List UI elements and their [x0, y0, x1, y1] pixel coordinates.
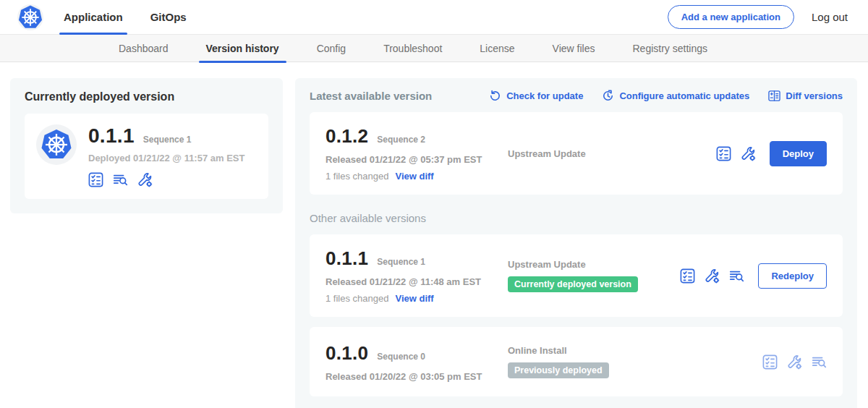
latest-version-rows: 0.1.2 Sequence 2 Released 01/21/22 @ 05:…: [310, 112, 843, 195]
header-tabs: Application GitOps: [55, 0, 205, 35]
sequence-label: Sequence 1: [377, 257, 425, 267]
version-history-panel: Latest available version Check for updat…: [295, 78, 857, 408]
config-icon[interactable]: [787, 354, 802, 370]
subnav-dashboard[interactable]: Dashboard: [100, 35, 187, 62]
tab-gitops[interactable]: GitOps: [142, 0, 195, 35]
action-label: Configure automatic updates: [619, 90, 749, 101]
files-changed-label: 1 files changed: [326, 171, 388, 182]
deployed-sequence-label: Sequence 1: [143, 135, 192, 145]
view-diff-link[interactable]: View diff: [395, 293, 433, 304]
deployed-timestamp: Deployed 01/21/22 @ 11:57 am EST: [88, 153, 244, 163]
subnav-license[interactable]: License: [461, 35, 533, 62]
config-icon[interactable]: [137, 172, 153, 187]
preflight-checks-icon[interactable]: [680, 268, 695, 284]
view-diff-link[interactable]: View diff: [395, 171, 433, 182]
diff-icon: [768, 90, 780, 102]
version-number: 0.1.0: [326, 342, 368, 365]
subnav-troubleshoot[interactable]: Troubleshoot: [365, 35, 461, 62]
version-row: 0.1.1 Sequence 1 Released 01/21/22 @ 11:…: [310, 234, 843, 317]
version-actions: [680, 268, 744, 284]
check-for-update-link[interactable]: Check for update: [489, 90, 583, 102]
currently-deployed-card: 0.1.1 Sequence 1 Deployed 01/21/22 @ 11:…: [25, 114, 268, 199]
files-changed-line: 1 files changedView diff: [326, 171, 508, 182]
app-header: Application GitOps Add a new application…: [0, 0, 868, 35]
subnav-version-history[interactable]: Version history: [187, 35, 298, 62]
deployed-version-actions: [88, 172, 244, 187]
version-source-label: Upstream Update: [508, 148, 716, 159]
subnav-config[interactable]: Config: [298, 35, 365, 62]
app-subnav: Dashboard Version history Config Trouble…: [0, 35, 868, 62]
action-label: Diff versions: [786, 90, 843, 101]
version-row: 0.1.0 Sequence 0 Released 01/20/22 @ 03:…: [310, 327, 843, 396]
preflight-checks-icon[interactable]: [716, 146, 731, 161]
other-version-rows: 0.1.1 Sequence 1 Released 01/21/22 @ 11:…: [310, 234, 843, 396]
currently-deployed-panel: Currently deployed version 0.1: [10, 78, 283, 213]
app-icon-kubernetes: [36, 124, 77, 165]
sequence-label: Sequence 2: [377, 135, 425, 145]
tab-application[interactable]: Application: [55, 0, 132, 35]
version-actions: [762, 354, 827, 370]
deploy-button[interactable]: Deploy: [770, 141, 827, 166]
configure-automatic-updates-link[interactable]: Configure automatic updates: [602, 90, 749, 102]
sequence-label: Sequence 0: [377, 352, 425, 362]
files-changed-label: 1 files changed: [326, 293, 388, 304]
subnav-registry-settings[interactable]: Registry settings: [613, 35, 726, 62]
kubernetes-logo: [17, 4, 43, 30]
logout-button[interactable]: Log out: [812, 11, 848, 23]
refresh-icon: [489, 90, 501, 102]
latest-version-title: Latest available version: [310, 90, 432, 102]
released-timestamp: Released 01/20/22 @ 03:05 pm EST: [326, 371, 508, 382]
released-timestamp: Released 01/21/22 @ 05:37 pm EST: [326, 154, 508, 165]
status-badge: Previously deployed: [508, 362, 609, 378]
released-timestamp: Released 01/21/22 @ 11:48 am EST: [326, 276, 508, 287]
preflight-checks-icon[interactable]: [762, 354, 778, 370]
auto-update-icon: [602, 90, 614, 102]
release-notes-icon[interactable]: [113, 172, 128, 187]
redeploy-button[interactable]: Redeploy: [758, 263, 827, 289]
config-icon[interactable]: [705, 268, 720, 284]
version-row: 0.1.2 Sequence 2 Released 01/21/22 @ 05:…: [310, 112, 843, 195]
status-badge: Currently deployed version: [508, 276, 638, 292]
version-number: 0.1.1: [326, 247, 368, 270]
version-source-label: Online Install: [508, 345, 762, 356]
version-source-label: Upstream Update: [508, 259, 680, 270]
latest-version-header: Latest available version Check for updat…: [310, 90, 843, 102]
other-versions-title: Other available versions: [310, 212, 843, 224]
panel-actions: Check for updateConfigure automatic upda…: [489, 90, 843, 102]
main-content: Currently deployed version 0.1: [0, 62, 868, 408]
version-actions: [716, 146, 756, 161]
release-notes-icon[interactable]: [812, 354, 827, 370]
add-application-button[interactable]: Add a new application: [668, 5, 794, 29]
diff-versions-link[interactable]: Diff versions: [768, 90, 843, 102]
config-icon[interactable]: [741, 146, 756, 161]
preflight-checks-icon[interactable]: [88, 172, 103, 187]
deployed-version-number: 0.1.1: [88, 124, 135, 148]
files-changed-line: 1 files changedView diff: [326, 293, 508, 304]
header-right: Add a new application Log out: [668, 5, 848, 29]
action-label: Check for update: [506, 90, 583, 101]
subnav-view-files[interactable]: View files: [534, 35, 614, 62]
version-number: 0.1.2: [326, 125, 368, 148]
release-notes-icon[interactable]: [729, 268, 744, 284]
currently-deployed-title: Currently deployed version: [25, 90, 268, 103]
